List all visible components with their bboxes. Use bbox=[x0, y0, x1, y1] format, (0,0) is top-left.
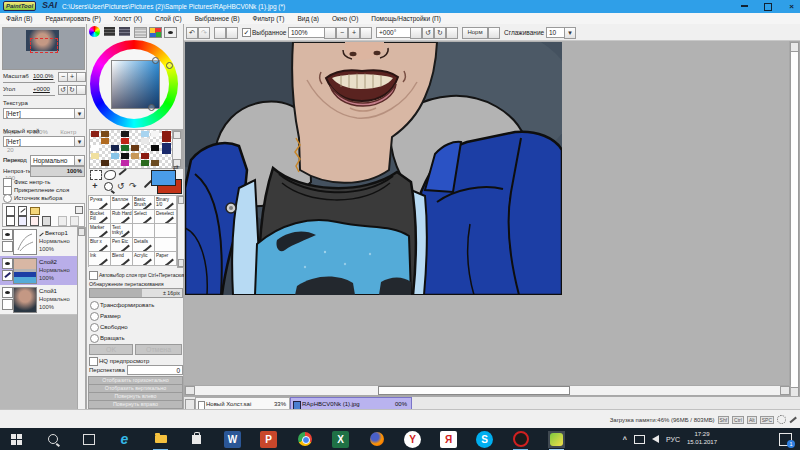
taskbar-recorder-icon[interactable] bbox=[512, 431, 529, 448]
layer-row-layer1[interactable]: Слой1 Нормально 100% bbox=[0, 285, 78, 315]
taskbar-firefox-icon[interactable] bbox=[368, 431, 385, 448]
menu-help[interactable]: Помощь/Настройки (П) bbox=[371, 15, 441, 22]
menu-filter[interactable]: Фильтр (Т) bbox=[253, 15, 285, 22]
redo-button[interactable]: ↷ bbox=[198, 27, 210, 39]
menu-canvas[interactable]: Холст (Х) bbox=[114, 15, 142, 22]
mode-extra-button[interactable] bbox=[488, 27, 500, 39]
swatch[interactable] bbox=[121, 160, 129, 166]
swatch-scrollbar[interactable] bbox=[172, 130, 182, 168]
menu-selection[interactable]: Выбранное (В) bbox=[195, 15, 240, 22]
canvas-workspace[interactable] bbox=[184, 41, 800, 396]
angle-reset-button[interactable] bbox=[410, 27, 422, 39]
swatch[interactable] bbox=[141, 153, 149, 159]
layer-option-icon[interactable] bbox=[75, 206, 83, 214]
swatch[interactable] bbox=[121, 138, 129, 144]
swatch[interactable] bbox=[131, 145, 139, 151]
close-button[interactable]: × bbox=[789, 2, 794, 11]
layer-extra-checkbox[interactable] bbox=[2, 299, 13, 310]
tool-basic-brush[interactable]: Basic Brush bbox=[133, 196, 155, 210]
tray-network-icon[interactable] bbox=[634, 435, 645, 444]
tool-blend[interactable]: Blend bbox=[111, 252, 133, 266]
selection-source-radio[interactable] bbox=[3, 194, 12, 203]
wet-edge-dropdown[interactable]: [Нет] bbox=[3, 136, 75, 147]
tool-binary[interactable]: Binary 1/0 bbox=[155, 196, 177, 210]
taskbar-excel-icon[interactable]: X bbox=[332, 431, 349, 448]
swatch[interactable] bbox=[111, 160, 119, 166]
menu-layer[interactable]: Слой (С) bbox=[155, 15, 182, 22]
nav-zoom-reset-button[interactable] bbox=[76, 72, 86, 82]
taskbar-edge-icon[interactable]: e bbox=[116, 431, 133, 448]
taskbar-sai-icon[interactable] bbox=[548, 431, 565, 448]
move-tool-icon[interactable]: + bbox=[90, 182, 100, 191]
swatch[interactable] bbox=[141, 131, 149, 137]
swatch[interactable] bbox=[131, 160, 139, 166]
taskbar-yandex-browser-icon[interactable]: Y bbox=[404, 431, 421, 448]
layer-row-vector1[interactable]: Вектор1 Нормально 100% bbox=[0, 227, 78, 257]
swatch[interactable] bbox=[101, 160, 109, 166]
free-radio[interactable] bbox=[90, 323, 99, 332]
crop-button[interactable] bbox=[214, 27, 226, 39]
taskbar-yandex-icon[interactable]: Я bbox=[440, 431, 457, 448]
nav-angle-slider[interactable] bbox=[3, 95, 55, 96]
canvas-image[interactable] bbox=[185, 42, 562, 295]
deselect-button[interactable] bbox=[226, 27, 238, 39]
swatch-well-1[interactable] bbox=[162, 131, 171, 142]
selection-visible-checkbox[interactable]: ✓ bbox=[242, 28, 251, 37]
tool-select[interactable]: Select bbox=[133, 210, 155, 224]
navigator-preview[interactable] bbox=[2, 27, 85, 70]
taskbar-skype-icon[interactable]: S bbox=[476, 431, 493, 448]
swatch[interactable] bbox=[111, 138, 119, 144]
scroll-up-button[interactable] bbox=[173, 131, 181, 139]
hue-marker[interactable] bbox=[166, 62, 173, 69]
layer-row-layer2-selected[interactable]: Слой2 Нормально 100% bbox=[0, 256, 78, 286]
smoothing-dropdown-button[interactable]: ▾ bbox=[564, 27, 576, 39]
tool-empty[interactable] bbox=[133, 224, 155, 238]
rgb-sliders-tab-icon[interactable] bbox=[104, 27, 115, 36]
swatch[interactable] bbox=[141, 138, 149, 144]
swatch[interactable] bbox=[121, 153, 129, 159]
swatch[interactable] bbox=[101, 131, 109, 137]
menu-view[interactable]: Вид (а) bbox=[298, 15, 320, 22]
scroll-left-button[interactable] bbox=[185, 386, 195, 395]
tray-chevron-up-icon[interactable]: ^ bbox=[623, 436, 627, 443]
rotate-right-button[interactable]: Повернуть вправо bbox=[88, 400, 183, 409]
new-folder-icon[interactable] bbox=[30, 207, 40, 215]
rotate-ccw-button[interactable]: ↺ bbox=[422, 27, 434, 39]
swatch[interactable] bbox=[151, 153, 159, 159]
new-vector-layer-icon[interactable] bbox=[18, 206, 27, 216]
layer-visibility-toggle[interactable] bbox=[2, 229, 13, 240]
tool-ink[interactable]: Ink bbox=[89, 252, 111, 266]
tool-details[interactable]: Details bbox=[133, 238, 155, 252]
swatch[interactable] bbox=[131, 138, 139, 144]
wet-edge-dropdown-button[interactable]: ▾ bbox=[74, 136, 85, 147]
swatch[interactable] bbox=[111, 153, 119, 159]
clear-layer-icon[interactable] bbox=[30, 216, 39, 226]
horizontal-scroll-thumb[interactable] bbox=[378, 386, 570, 395]
color-wheel[interactable] bbox=[90, 40, 178, 128]
swatch[interactable] bbox=[101, 138, 109, 144]
angle-value-box[interactable]: +000° bbox=[376, 27, 412, 38]
taskbar-task-view-icon[interactable] bbox=[80, 431, 97, 448]
layer-extra-checkbox[interactable] bbox=[2, 241, 13, 252]
tool-airbrush[interactable]: Баллон bbox=[111, 196, 133, 210]
nav-zoom-slider[interactable] bbox=[3, 82, 55, 83]
maximize-button[interactable] bbox=[764, 3, 772, 11]
autoselect-layer-checkbox[interactable] bbox=[89, 271, 98, 280]
tray-language[interactable]: РУС bbox=[666, 436, 680, 443]
scratchpad-tab-icon[interactable] bbox=[164, 27, 177, 38]
sv-square[interactable] bbox=[111, 60, 160, 109]
taskbar-start-icon[interactable] bbox=[8, 431, 25, 448]
menu-window[interactable]: Окно (О) bbox=[332, 15, 358, 22]
normal-mode-button[interactable]: Норм bbox=[462, 27, 488, 39]
merge-down-icon[interactable] bbox=[18, 216, 27, 226]
tool-pen-etc[interactable]: Pen Etc bbox=[111, 238, 133, 252]
new-layer-icon[interactable] bbox=[6, 206, 15, 216]
swatch[interactable] bbox=[141, 160, 149, 166]
undo-button[interactable]: ↶ bbox=[186, 27, 198, 39]
layer-mode-dropdown-button[interactable]: ▾ bbox=[74, 155, 85, 166]
zoom-value-box[interactable]: 100% bbox=[288, 27, 326, 38]
sv-corner-marker[interactable] bbox=[152, 57, 159, 64]
menu-file[interactable]: Файл (В) bbox=[6, 15, 32, 22]
taskbar-chrome-icon[interactable] bbox=[296, 431, 313, 448]
layer-paint-checkbox[interactable] bbox=[2, 270, 13, 281]
